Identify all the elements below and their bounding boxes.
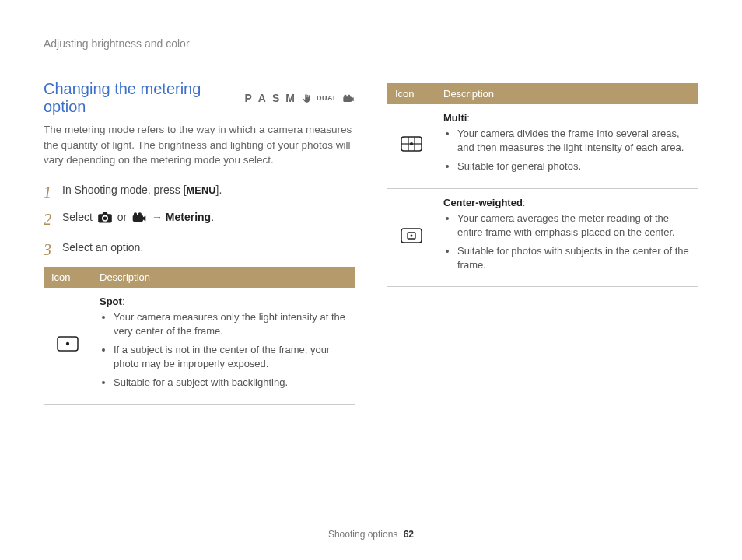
- mode-indicator-strip: P A S M DUAL: [245, 92, 355, 104]
- intro-paragraph: The metering mode refers to the way in w…: [44, 122, 355, 168]
- steps-list: In Shooting mode, press [MENU]. Select o…: [44, 182, 355, 256]
- metering-table-right: Icon Description: [387, 83, 698, 287]
- step-3: Select an option.: [44, 240, 355, 256]
- left-column: Changing the metering option P A S M DUA…: [44, 80, 355, 405]
- spot-bullet-3: Suitable for a subject with backlighting…: [114, 376, 347, 390]
- svg-point-9: [411, 234, 413, 236]
- section-heading: Changing the metering option P A S M DUA…: [44, 80, 355, 116]
- multi-desc-cell: Multi: Your camera divides the frame int…: [436, 104, 698, 188]
- content-columns: Changing the metering option P A S M DUA…: [44, 80, 698, 405]
- multi-bullet-2: Suitable for general photos.: [457, 159, 691, 173]
- page-number: 62: [404, 529, 414, 540]
- spot-title: Spot: [100, 296, 122, 307]
- spot-bullet-1: Your camera measures only the light inte…: [114, 310, 347, 338]
- th-desc: Description: [92, 267, 355, 288]
- center-title: Center-weighted: [443, 197, 523, 208]
- svg-point-1: [66, 342, 69, 345]
- step-1-text-b: ].: [216, 184, 222, 196]
- step-2: Select or → Metering.: [44, 209, 355, 229]
- center-bullet-1: Your camera averages the meter reading o…: [457, 212, 691, 240]
- th-icon: Icon: [44, 267, 92, 288]
- center-desc-cell: Center-weighted: Your camera averages th…: [436, 188, 698, 287]
- page-footer: Shooting options 62: [0, 529, 742, 540]
- th-desc-r: Description: [436, 83, 698, 104]
- table-row: Multi: Your camera divides the frame int…: [387, 104, 698, 188]
- step-2-text-a: Select: [62, 211, 96, 223]
- multi-icon-cell: [387, 104, 436, 188]
- multi-metering-icon: [401, 142, 422, 154]
- multi-bullet-1: Your camera divides the frame into sever…: [457, 127, 691, 155]
- step-2-text-d: .: [211, 211, 214, 223]
- spot-metering-icon: [57, 342, 79, 354]
- center-icon-cell: [387, 188, 436, 287]
- step-1: In Shooting mode, press [MENU].: [44, 182, 355, 198]
- video-camera-icon: [131, 212, 147, 229]
- mode-a: A: [258, 92, 268, 104]
- center-weighted-metering-icon: [401, 234, 422, 246]
- table-row: Center-weighted: Your camera averages th…: [387, 188, 698, 287]
- mode-p: P: [245, 92, 254, 104]
- step-1-text-a: In Shooting mode, press [: [62, 184, 187, 196]
- step-2-text-c: →: [149, 211, 166, 223]
- spot-bullet-2: If a subject is not in the center of the…: [114, 343, 347, 371]
- breadcrumb: Adjusting brightness and color: [44, 37, 698, 58]
- center-bullet-2: Suitable for photos with subjects in the…: [457, 244, 691, 272]
- hand-icon: [301, 92, 312, 104]
- metering-label: Metering: [166, 211, 211, 223]
- camera-icon: [97, 212, 113, 229]
- spot-desc-cell: Spot: Your camera measures only the ligh…: [92, 288, 355, 404]
- heading-text: Changing the metering option: [44, 80, 234, 116]
- step-2-text-b: or: [114, 211, 130, 223]
- multi-title: Multi: [443, 112, 467, 124]
- mode-dual: DUAL: [317, 94, 338, 102]
- footer-section: Shooting options: [328, 529, 397, 540]
- table-row: Spot: Your camera measures only the ligh…: [44, 288, 355, 404]
- right-column: Icon Description: [387, 80, 698, 405]
- mode-s: S: [272, 92, 281, 104]
- spot-icon-cell: [44, 288, 92, 404]
- th-icon-r: Icon: [387, 83, 436, 104]
- svg-point-6: [410, 142, 413, 145]
- video-icon: [342, 92, 355, 104]
- mode-m: M: [285, 92, 296, 104]
- menu-label: MENU: [187, 185, 216, 196]
- metering-table-left: Icon Description Spot: Your camera measu…: [44, 267, 355, 405]
